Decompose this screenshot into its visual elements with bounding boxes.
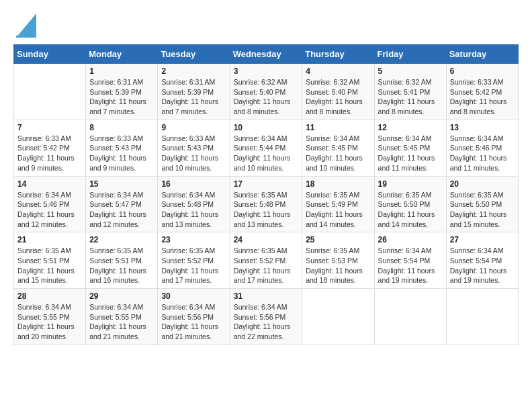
week-row-4: 21Sunrise: 6:35 AM Sunset: 5:51 PM Dayli… — [14, 232, 519, 289]
day-cell: 31Sunrise: 6:34 AM Sunset: 5:56 PM Dayli… — [230, 289, 302, 345]
day-number: 20 — [450, 179, 515, 189]
day-info: Sunrise: 6:35 AM Sunset: 5:51 PM Dayligh… — [89, 246, 154, 285]
day-info: Sunrise: 6:34 AM Sunset: 5:46 PM Dayligh… — [450, 134, 515, 173]
day-number: 9 — [161, 123, 226, 132]
day-number: 19 — [378, 179, 443, 189]
day-info: Sunrise: 6:34 AM Sunset: 5:46 PM Dayligh… — [17, 190, 82, 230]
day-cell: 8Sunrise: 6:33 AM Sunset: 5:43 PM Daylig… — [86, 120, 158, 176]
day-number: 30 — [161, 291, 226, 301]
header-row: SundayMondayTuesdayWednesdayThursdayFrid… — [14, 45, 519, 64]
day-cell: 6Sunrise: 6:33 AM Sunset: 5:42 PM Daylig… — [446, 64, 518, 120]
day-cell — [446, 289, 518, 345]
day-number: 21 — [17, 235, 82, 244]
day-info: Sunrise: 6:34 AM Sunset: 5:44 PM Dayligh… — [234, 134, 299, 173]
day-cell: 20Sunrise: 6:35 AM Sunset: 5:50 PM Dayli… — [446, 176, 518, 232]
day-info: Sunrise: 6:34 AM Sunset: 5:55 PM Dayligh… — [17, 302, 82, 342]
logo-icon — [16, 13, 36, 38]
day-cell: 17Sunrise: 6:35 AM Sunset: 5:48 PM Dayli… — [230, 176, 302, 232]
day-info: Sunrise: 6:32 AM Sunset: 5:41 PM Dayligh… — [378, 77, 443, 117]
day-cell: 24Sunrise: 6:35 AM Sunset: 5:52 PM Dayli… — [230, 232, 302, 289]
day-number: 17 — [234, 179, 299, 189]
day-number: 29 — [89, 291, 154, 301]
week-row-5: 28Sunrise: 6:34 AM Sunset: 5:55 PM Dayli… — [14, 289, 519, 345]
header-cell-sunday: Sunday — [14, 45, 86, 64]
day-cell: 18Sunrise: 6:35 AM Sunset: 5:49 PM Dayli… — [302, 176, 374, 232]
day-info: Sunrise: 6:32 AM Sunset: 5:40 PM Dayligh… — [234, 77, 299, 117]
day-info: Sunrise: 6:35 AM Sunset: 5:50 PM Dayligh… — [378, 190, 443, 230]
day-cell: 3Sunrise: 6:32 AM Sunset: 5:40 PM Daylig… — [230, 64, 302, 120]
day-number: 16 — [161, 179, 226, 189]
day-info: Sunrise: 6:34 AM Sunset: 5:45 PM Dayligh… — [378, 134, 443, 173]
day-number: 27 — [450, 235, 515, 244]
day-cell: 7Sunrise: 6:33 AM Sunset: 5:42 PM Daylig… — [14, 120, 86, 176]
day-cell: 30Sunrise: 6:34 AM Sunset: 5:56 PM Dayli… — [158, 289, 230, 345]
day-number: 2 — [161, 66, 226, 76]
svg-rect-1 — [16, 36, 36, 38]
day-info: Sunrise: 6:35 AM Sunset: 5:53 PM Dayligh… — [306, 246, 370, 285]
header-cell-friday: Friday — [374, 45, 446, 64]
day-cell: 11Sunrise: 6:34 AM Sunset: 5:45 PM Dayli… — [302, 120, 374, 176]
day-info: Sunrise: 6:34 AM Sunset: 5:54 PM Dayligh… — [450, 246, 515, 285]
calendar-table: SundayMondayTuesdayWednesdayThursdayFrid… — [13, 44, 519, 345]
logo — [13, 13, 36, 38]
day-number: 24 — [234, 235, 299, 244]
day-info: Sunrise: 6:35 AM Sunset: 5:52 PM Dayligh… — [234, 246, 299, 285]
day-info: Sunrise: 6:31 AM Sunset: 5:39 PM Dayligh… — [89, 77, 154, 117]
day-number: 7 — [17, 123, 82, 132]
header-cell-monday: Monday — [86, 45, 158, 64]
day-info: Sunrise: 6:34 AM Sunset: 5:45 PM Dayligh… — [306, 134, 370, 173]
day-number: 12 — [378, 123, 443, 132]
day-number: 1 — [89, 66, 154, 76]
day-info: Sunrise: 6:34 AM Sunset: 5:54 PM Dayligh… — [378, 246, 443, 285]
day-cell — [14, 64, 86, 120]
day-cell: 16Sunrise: 6:34 AM Sunset: 5:48 PM Dayli… — [158, 176, 230, 232]
day-info: Sunrise: 6:33 AM Sunset: 5:42 PM Dayligh… — [450, 77, 515, 117]
day-cell: 25Sunrise: 6:35 AM Sunset: 5:53 PM Dayli… — [302, 232, 374, 289]
day-info: Sunrise: 6:35 AM Sunset: 5:48 PM Dayligh… — [234, 190, 299, 230]
week-row-3: 14Sunrise: 6:34 AM Sunset: 5:46 PM Dayli… — [14, 176, 519, 232]
day-info: Sunrise: 6:34 AM Sunset: 5:48 PM Dayligh… — [161, 190, 226, 230]
day-cell: 29Sunrise: 6:34 AM Sunset: 5:55 PM Dayli… — [86, 289, 158, 345]
day-info: Sunrise: 6:35 AM Sunset: 5:52 PM Dayligh… — [161, 246, 226, 285]
day-cell: 19Sunrise: 6:35 AM Sunset: 5:50 PM Dayli… — [374, 176, 446, 232]
header-cell-saturday: Saturday — [446, 45, 518, 64]
day-number: 14 — [17, 179, 82, 189]
day-number: 8 — [89, 123, 154, 132]
day-number: 22 — [89, 235, 154, 244]
calendar-body: 1Sunrise: 6:31 AM Sunset: 5:39 PM Daylig… — [14, 64, 519, 345]
day-cell: 21Sunrise: 6:35 AM Sunset: 5:51 PM Dayli… — [14, 232, 86, 289]
day-number: 10 — [234, 123, 299, 132]
day-number: 18 — [306, 179, 370, 189]
day-cell: 14Sunrise: 6:34 AM Sunset: 5:46 PM Dayli… — [14, 176, 86, 232]
header-cell-thursday: Thursday — [302, 45, 374, 64]
header-cell-wednesday: Wednesday — [230, 45, 302, 64]
day-number: 3 — [234, 66, 299, 76]
day-cell: 23Sunrise: 6:35 AM Sunset: 5:52 PM Dayli… — [158, 232, 230, 289]
day-cell: 22Sunrise: 6:35 AM Sunset: 5:51 PM Dayli… — [86, 232, 158, 289]
day-cell: 12Sunrise: 6:34 AM Sunset: 5:45 PM Dayli… — [374, 120, 446, 176]
calendar-header: SundayMondayTuesdayWednesdayThursdayFrid… — [14, 45, 519, 64]
svg-marker-0 — [16, 13, 36, 38]
day-number: 4 — [306, 66, 370, 76]
day-cell — [374, 289, 446, 345]
day-cell: 28Sunrise: 6:34 AM Sunset: 5:55 PM Dayli… — [14, 289, 86, 345]
page-header — [13, 13, 519, 38]
day-number: 25 — [306, 235, 370, 244]
day-number: 6 — [450, 66, 515, 76]
day-cell: 5Sunrise: 6:32 AM Sunset: 5:41 PM Daylig… — [374, 64, 446, 120]
day-cell: 13Sunrise: 6:34 AM Sunset: 5:46 PM Dayli… — [446, 120, 518, 176]
day-info: Sunrise: 6:33 AM Sunset: 5:42 PM Dayligh… — [17, 134, 82, 173]
day-cell: 27Sunrise: 6:34 AM Sunset: 5:54 PM Dayli… — [446, 232, 518, 289]
day-info: Sunrise: 6:34 AM Sunset: 5:55 PM Dayligh… — [89, 302, 154, 342]
day-number: 5 — [378, 66, 443, 76]
week-row-2: 7Sunrise: 6:33 AM Sunset: 5:42 PM Daylig… — [14, 120, 519, 176]
day-cell — [302, 289, 374, 345]
day-cell: 4Sunrise: 6:32 AM Sunset: 5:40 PM Daylig… — [302, 64, 374, 120]
day-info: Sunrise: 6:32 AM Sunset: 5:40 PM Dayligh… — [306, 77, 370, 117]
day-info: Sunrise: 6:35 AM Sunset: 5:51 PM Dayligh… — [17, 246, 82, 285]
day-cell: 1Sunrise: 6:31 AM Sunset: 5:39 PM Daylig… — [86, 64, 158, 120]
day-info: Sunrise: 6:31 AM Sunset: 5:39 PM Dayligh… — [161, 77, 226, 117]
day-info: Sunrise: 6:34 AM Sunset: 5:47 PM Dayligh… — [89, 190, 154, 230]
day-cell: 9Sunrise: 6:33 AM Sunset: 5:43 PM Daylig… — [158, 120, 230, 176]
day-info: Sunrise: 6:35 AM Sunset: 5:50 PM Dayligh… — [450, 190, 515, 230]
